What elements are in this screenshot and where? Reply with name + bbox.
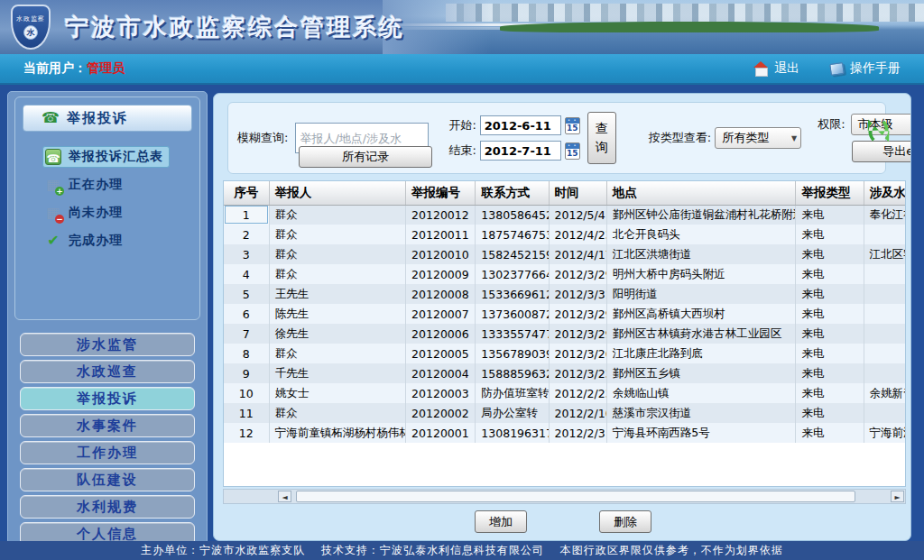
submenu-label: 完成办理: [69, 233, 123, 249]
calendar-icon[interactable]: 15: [565, 117, 580, 134]
action-button-row: 增加 删除: [214, 510, 911, 533]
start-date-label: 开始:: [448, 117, 476, 133]
end-date-input[interactable]: [480, 141, 561, 161]
manual-button[interactable]: 操作手册: [830, 60, 901, 77]
cell-location: 鄞州区钟公庙街道铜盆浦村礼花桥附近: [606, 205, 796, 225]
query-button[interactable]: 查询: [587, 112, 616, 164]
cell-report-no: 20120008: [406, 284, 476, 304]
cell-water-area: [864, 264, 906, 284]
table-row[interactable]: 5王先生20120008153366961212012/3/31阳明街道来电: [224, 284, 906, 304]
cell-contact: 局办公室转: [476, 403, 549, 423]
nav-button-工作办理[interactable]: 工作办理: [20, 441, 195, 464]
table-row[interactable]: 12宁海前童镇柘湖杨村杨伟林20120001130819631762012/2/…: [224, 423, 906, 443]
cell-location: 北仑开良码头: [606, 225, 796, 244]
cell-time: 2012/4/23: [549, 225, 606, 244]
calendar-icon[interactable]: 15: [565, 142, 580, 160]
column-header-location[interactable]: 地点: [606, 181, 796, 205]
cell-contact: 13023776649: [476, 264, 549, 284]
logo-badge-icon: 水: [23, 25, 38, 40]
table-row[interactable]: 4群众20120009130237766492012/3/29明州大桥中房码头附…: [224, 264, 906, 284]
cell-water-area: 余姚新奄: [864, 383, 906, 403]
cell-time: 2012/2/10: [549, 403, 606, 423]
report-table: 序号举报人举报编号联系方式时间地点举报类型涉及水域1群众201200121380…: [224, 181, 906, 443]
cell-report-no: 20120012: [406, 205, 476, 225]
cell-report-type: 来电: [796, 383, 864, 403]
nav-button-水事案件[interactable]: 水事案件: [20, 414, 195, 437]
column-header-water-area[interactable]: 涉及水域: [864, 181, 906, 205]
type-select[interactable]: 所有类型 ▼: [715, 127, 801, 149]
cell-location: 慈溪市宗汉街道: [606, 403, 796, 423]
fuzzy-search-label: 模糊查询:: [237, 130, 288, 146]
table-row[interactable]: 3群众20120010158245215972012/4/17江北区洪塘街道来电…: [224, 244, 906, 264]
cell-contact: 15888596325: [476, 363, 549, 383]
nav-button-涉水监管[interactable]: 涉水监管: [20, 333, 195, 356]
submenu-label: 正在办理: [69, 177, 123, 193]
table-row[interactable]: 8群众20120005135678903902012/3/26江北康庄北路到底来…: [224, 344, 906, 363]
cell-report-no: 20120003: [406, 383, 476, 403]
table-row[interactable]: 1群众20120012138058645282012/5/4鄞州区钟公庙街道铜盆…: [224, 205, 906, 225]
column-header-reporter[interactable]: 举报人: [269, 181, 405, 205]
table-row[interactable]: 2群众20120011187574675372012/4/23北仑开良码头来电: [224, 225, 906, 244]
add-button[interactable]: 增加: [475, 510, 527, 533]
cell-location: 鄞州区古林镇葑水港古林工业园区: [606, 324, 796, 344]
table-row[interactable]: 11群众20120002局办公室转2012/2/10慈溪市宗汉街道来电: [224, 403, 906, 423]
cell-location: 宁海县环南西路5号: [606, 423, 796, 443]
cell-water-area: [864, 363, 906, 383]
column-header-time[interactable]: 时间: [549, 181, 606, 205]
cell-water-area: 宁海前溪: [864, 423, 906, 443]
sidebar-item-完成办理[interactable]: 完成办理: [42, 230, 129, 252]
submenu-label: 尚未办理: [69, 205, 123, 221]
table-row[interactable]: 6陈先生20120007137360087292012/3/29鄞州区高桥镇大西…: [224, 304, 906, 324]
table-row[interactable]: 9千先生20120004158885963252012/3/23鄞州区五乡镇来电: [224, 363, 906, 383]
sidebar-item-举报投诉汇总表[interactable]: 举报投诉汇总表: [42, 146, 170, 168]
scroll-right-icon[interactable]: ►: [891, 491, 904, 502]
horizontal-scrollbar[interactable]: ◄ ►: [223, 489, 906, 504]
cell-time: 2012/2/23: [549, 383, 606, 403]
cell-location: 江北康庄北路到底: [606, 344, 796, 363]
delete-button[interactable]: 删除: [599, 510, 651, 533]
end-date-label: 结束:: [448, 142, 476, 159]
cell-location: 鄞州区高桥镇大西坝村: [606, 304, 796, 324]
sidebar: 举报投诉 举报投诉汇总表+正在办理−尚未办理完成办理 涉水监管水政巡查举报投诉水…: [7, 91, 208, 545]
type-filter-label: 按类型查看:: [649, 130, 711, 146]
city-skyline: [446, 4, 924, 22]
start-date-input[interactable]: [480, 115, 561, 135]
scrollbar-thumb[interactable]: [296, 491, 855, 502]
sidebar-item-尚未办理[interactable]: −尚未办理: [42, 202, 129, 224]
column-header-report-type[interactable]: 举报类型: [796, 181, 864, 205]
chevron-down-icon: ▼: [784, 134, 797, 142]
current-user-label: 当前用户：: [23, 60, 87, 77]
column-header-seq[interactable]: 序号: [224, 181, 269, 205]
cell-contact: 13081963176: [476, 423, 549, 443]
scroll-left-icon[interactable]: ◄: [278, 491, 291, 502]
sidebar-submenu: 举报投诉汇总表+正在办理−尚未办理完成办理: [42, 146, 192, 252]
cell-water-area: [864, 403, 906, 423]
all-records-button[interactable]: 所有记录: [299, 146, 432, 168]
cell-seq: 5: [224, 284, 269, 304]
table-row[interactable]: 7徐先生20120006133355747782012/3/29鄞州区古林镇葑水…: [224, 324, 906, 344]
calendar-day: 15: [566, 149, 579, 158]
cell-time: 2012/4/17: [549, 244, 606, 264]
cell-time: 2012/3/29: [549, 324, 606, 344]
nav-button-水政巡查[interactable]: 水政巡查: [20, 360, 195, 383]
sidebar-menu-header[interactable]: 举报投诉: [23, 105, 192, 132]
cell-report-type: 来电: [796, 324, 864, 344]
cell-reporter: 宁海前童镇柘湖杨村杨伟林: [269, 423, 405, 443]
nav-button-水利规费[interactable]: 水利规费: [20, 495, 195, 519]
logout-button[interactable]: 退出: [753, 60, 799, 77]
cell-contact: 15824521597: [476, 244, 549, 264]
book-icon: [829, 62, 845, 76]
nav-button-队伍建设[interactable]: 队伍建设: [20, 468, 195, 491]
cell-location: 余姚临山镇: [606, 383, 796, 403]
nav-button-举报投诉[interactable]: 举报投诉: [20, 387, 195, 410]
cell-report-no: 20120001: [406, 423, 476, 443]
table-row[interactable]: 10姚女士20120003防办值班室转2012/2/23余姚临山镇来电余姚新奄: [224, 383, 906, 403]
cell-report-type: 来电: [796, 284, 864, 304]
sidebar-item-正在办理[interactable]: +正在办理: [42, 174, 129, 196]
refresh-icon[interactable]: [860, 112, 898, 150]
cell-location: 明州大桥中房码头附近: [606, 264, 796, 284]
column-header-report-no[interactable]: 举报编号: [406, 181, 476, 205]
cell-location: 阳明街道: [606, 284, 796, 304]
phone-tile-icon: [45, 149, 61, 165]
column-header-contact[interactable]: 联系方式: [476, 181, 549, 205]
